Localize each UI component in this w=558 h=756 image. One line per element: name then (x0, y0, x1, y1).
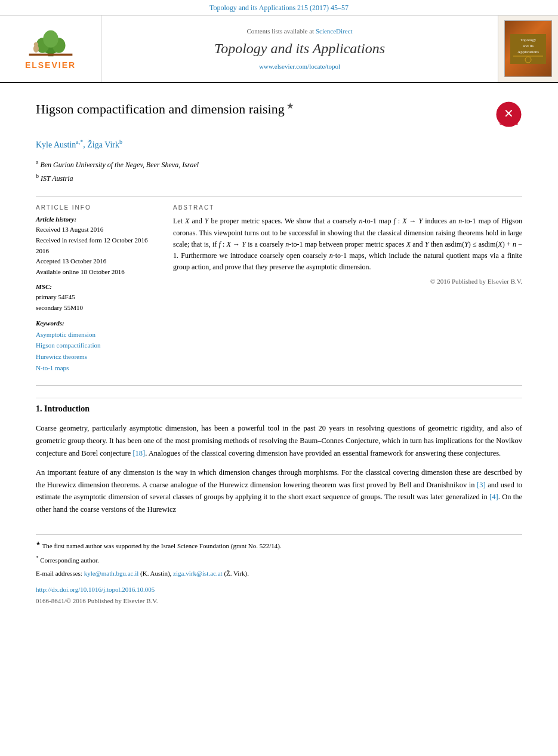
msc-secondary: secondary 55M10 (36, 303, 155, 314)
history-line-5: Available online 18 October 2016 (36, 267, 155, 278)
keywords-title: Keywords: (36, 319, 155, 327)
title-footnote-star: ★ (285, 102, 295, 110)
abstract-label: ABSTRACT (173, 204, 522, 211)
affiliation-2: b IST Austria (36, 171, 522, 185)
history-line-4: Accepted 13 October 2016 (36, 256, 155, 267)
affiliations-section: a Ben Gurion University of the Negev, Be… (36, 157, 522, 185)
author-1-name: Kyle Austin (36, 140, 76, 149)
page-header: ELSEVIER Contents lists available at Sci… (0, 16, 558, 83)
svg-text:and its: and its (523, 44, 534, 48)
article-info-column: ARTICLE INFO Article history: Received 1… (36, 204, 155, 373)
msc-primary: primary 54F45 (36, 292, 155, 303)
journal-ref-bar: Topology and its Applications 215 (2017)… (0, 0, 558, 16)
doi-line: http://dx.doi.org/10.1016/j.topol.2016.1… (36, 584, 522, 595)
history-line-2: Received in revised form 12 October 2016 (36, 235, 155, 246)
article-history-title: Article history: (36, 216, 155, 223)
crossmark-badge-icon: ✕ CrossMark (495, 101, 522, 128)
abstract-text: Let X and Y be proper metric spaces. We … (173, 216, 522, 273)
email-ziga-link[interactable]: ziga.virk@ist.ac.at (173, 570, 223, 577)
email-addresses-note: E-mail addresses: kyle@math.bgu.ac.il (K… (36, 568, 522, 579)
msc-block: MSC: primary 54F45 secondary 55M10 (36, 283, 155, 313)
keyword-2: Higson compactification (36, 340, 155, 351)
email-kyle-link[interactable]: kyle@math.bgu.ac.il (84, 570, 139, 577)
journal-cover-image: Topology and its Applications (510, 34, 546, 64)
sciencedirect-link[interactable]: ScienceDirect (316, 27, 353, 35)
intro-section-title: 1. Introduction (36, 404, 522, 414)
svg-rect-5 (29, 53, 72, 56)
journal-ref-text: Topology and its Applications 215 (2017)… (209, 4, 349, 12)
article-history-block: Article history: Received 13 August 2016… (36, 216, 155, 277)
article-info-label: ARTICLE INFO (36, 204, 155, 211)
abstract-column: ABSTRACT Let X and Y be proper metric sp… (173, 204, 522, 373)
email-ziga-name: (Ž. Virk). (224, 570, 249, 577)
keyword-4: N-to-1 maps (36, 362, 155, 374)
paper-title-section: Higson compactification and dimension ra… (36, 101, 522, 128)
journal-title: Topology and its Applications (214, 41, 385, 57)
keyword-3: Hurewicz theorems (36, 351, 155, 362)
introduction-section: 1. Introduction Coarse geometry, particu… (36, 398, 522, 515)
journal-thumbnail-section: Topology and its Applications (498, 16, 558, 82)
svg-text:Topology: Topology (520, 38, 537, 42)
paper-content: Higson compactification and dimension ra… (0, 83, 558, 618)
journal-url[interactable]: www.elsevier.com/locate/topol (259, 63, 340, 70)
star-footnote-text: The first named author was supported by … (42, 542, 282, 549)
intro-paragraph-1: Coarse geometry, particularly asymptotic… (36, 422, 522, 459)
email-kyle-name: (K. Austin) (140, 570, 170, 577)
star-footnote-note: ★ The first named author was supported b… (36, 539, 522, 551)
corresponding-author-text: Corresponding author. (40, 557, 98, 564)
journal-header-center: Contents lists available at ScienceDirec… (101, 16, 498, 82)
doi-link[interactable]: http://dx.doi.org/10.1016/j.topol.2016.1… (36, 586, 155, 593)
paper-title-text: Higson compactification and dimension ra… (36, 102, 285, 116)
author-2-sup: b (119, 139, 122, 145)
contents-available-text: Contents lists available at ScienceDirec… (246, 27, 352, 35)
intro-paragraph-2: An important feature of any dimension is… (36, 466, 522, 516)
copyright-text: © 2016 Published by Elsevier B.V. (173, 278, 522, 285)
history-line-3: 2016 (36, 246, 155, 257)
svg-point-7 (33, 42, 38, 46)
article-info-abstract-section: ARTICLE INFO Article history: Received 1… (36, 204, 522, 373)
svg-point-4 (43, 30, 58, 47)
author-2-name: Žiga Virk (87, 140, 119, 149)
ref-18[interactable]: [18] (132, 449, 145, 457)
svg-text:✕: ✕ (504, 107, 514, 120)
keywords-block: Keywords: Asymptotic dimension Higson co… (36, 319, 155, 374)
ref-4[interactable]: [4] (489, 493, 498, 501)
svg-text:CrossMark: CrossMark (500, 122, 519, 125)
elsevier-wordmark: ELSEVIER (25, 60, 76, 70)
affiliation-1: a Ben Gurion University of the Negev, Be… (36, 157, 522, 171)
svg-text:Applications: Applications (517, 50, 539, 54)
divider-1 (36, 196, 522, 197)
ref-3[interactable]: [3] (477, 481, 486, 489)
corresponding-author-note: * Corresponding author. (36, 554, 522, 566)
journal-cover-thumbnail: Topology and its Applications (504, 20, 552, 77)
elsevier-tree-icon (24, 28, 78, 58)
email-label: E-mail addresses: (36, 570, 82, 577)
divider-2 (36, 385, 522, 386)
footnotes-section: ★ The first named author was supported b… (36, 534, 522, 607)
issn-text: 0166-8641/© 2016 Published by Elsevier B… (36, 595, 522, 607)
keyword-1: Asymptotic dimension (36, 329, 155, 340)
authors-section: Kyle Austina,*, Žiga Virkb (36, 139, 522, 150)
history-line-1: Received 13 August 2016 (36, 225, 155, 235)
elsevier-logo-section: ELSEVIER (0, 16, 101, 82)
author-1-sup: a,* (76, 139, 83, 145)
msc-title: MSC: (36, 283, 155, 290)
